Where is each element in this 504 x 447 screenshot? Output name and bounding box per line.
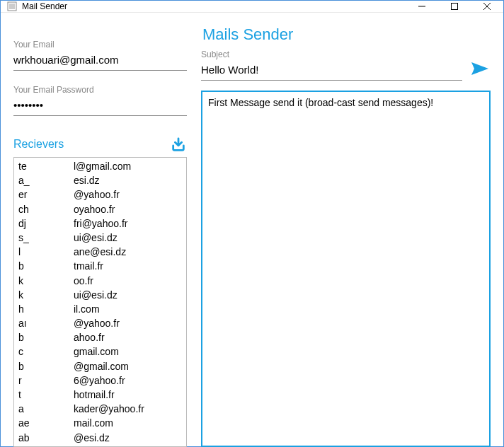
list-item[interactable]: choyahoo.fr (14, 202, 186, 216)
app-icon (6, 1, 18, 12)
close-button[interactable] (471, 1, 503, 12)
list-item[interactable]: aı@yahoo.fr (14, 316, 186, 330)
list-item[interactable]: btmail.fr (14, 259, 186, 273)
receivers-list-scroll[interactable]: tel@gmail.coma_esi.dzer@yahoo.frchoyahoo… (14, 158, 186, 446)
password-field[interactable] (13, 96, 187, 116)
list-item[interactable]: r6@yahoo.fr (14, 373, 186, 388)
window-title: Mail Sender (22, 1, 406, 11)
send-icon (470, 60, 490, 77)
list-item[interactable]: a_esi.dz (14, 173, 186, 187)
list-item[interactable]: koo.fr (14, 274, 186, 288)
window-controls (406, 1, 503, 12)
left-column: Your Email Your Email Password Recievers… (13, 25, 187, 447)
subject-label: Subject (201, 50, 462, 59)
message-textarea[interactable] (201, 91, 491, 447)
list-item[interactable]: hil.com (14, 302, 186, 316)
list-item[interactable]: thotmail.fr (14, 388, 186, 402)
list-item[interactable]: aemail.com (14, 416, 186, 430)
list-item[interactable]: bahoo.fr (14, 330, 186, 344)
list-item[interactable]: b@gmail.com (14, 359, 186, 373)
download-icon (171, 137, 186, 152)
receivers-list: tel@gmail.coma_esi.dzer@yahoo.frchoyahoo… (13, 157, 187, 447)
email-label: Your Email (13, 40, 187, 50)
app-title: Mails Sender (202, 25, 491, 44)
minimize-button[interactable] (406, 1, 438, 12)
list-item[interactable]: lane@esi.dz (14, 245, 186, 259)
receivers-title: Recievers (13, 138, 64, 151)
titlebar: Mail Sender (1, 1, 503, 13)
maximize-button[interactable] (438, 1, 471, 12)
list-item[interactable]: djfri@yahoo.fr (14, 216, 186, 231)
list-item[interactable]: ab@esi.dz (14, 431, 186, 445)
list-item[interactable]: kui@esi.dz (14, 288, 186, 302)
receivers-header: Recievers (13, 136, 187, 153)
svg-rect-3 (452, 4, 458, 10)
password-label: Your Email Password (13, 85, 187, 95)
right-column: Mails Sender Subject (201, 25, 491, 447)
send-button[interactable] (469, 58, 491, 79)
import-button[interactable] (170, 136, 187, 153)
list-item[interactable]: tel@gmail.com (14, 159, 186, 173)
subject-block: Subject (201, 50, 462, 81)
app-window: Mail Sender Your Email Your Email Passwo… (0, 0, 504, 447)
subject-field[interactable] (201, 61, 462, 81)
email-field[interactable] (13, 51, 187, 71)
subject-row: Subject (201, 50, 491, 81)
list-item[interactable]: er@yahoo.fr (14, 187, 186, 202)
svg-rect-1 (9, 4, 15, 9)
list-item[interactable]: s_ui@esi.dz (14, 231, 186, 245)
content-area: Your Email Your Email Password Recievers… (1, 13, 503, 447)
list-item[interactable]: cgmail.com (14, 344, 186, 359)
list-item[interactable]: akader@yahoo.fr (14, 402, 186, 416)
